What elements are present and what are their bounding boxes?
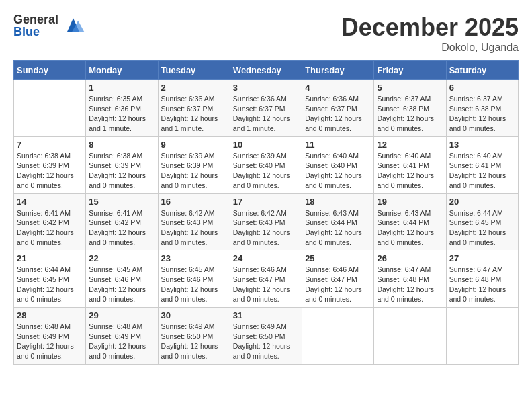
calendar-cell: 17Sunrise: 6:42 AM Sunset: 6:43 PM Dayli… [230, 193, 302, 250]
calendar-cell: 13Sunrise: 6:40 AM Sunset: 6:41 PM Dayli… [446, 136, 518, 193]
day-number: 11 [305, 140, 371, 150]
day-number: 30 [161, 310, 227, 320]
calendar-cell: 8Sunrise: 6:38 AM Sunset: 6:39 PM Daylig… [86, 136, 158, 193]
day-number: 16 [161, 197, 227, 207]
day-info: Sunrise: 6:46 AM Sunset: 6:47 PM Dayligh… [305, 265, 371, 304]
day-info: Sunrise: 6:36 AM Sunset: 6:37 PM Dayligh… [305, 94, 371, 134]
calendar-cell: 31Sunrise: 6:49 AM Sunset: 6:50 PM Dayli… [230, 308, 302, 365]
calendar-cell: 30Sunrise: 6:49 AM Sunset: 6:50 PM Dayli… [158, 308, 230, 365]
day-info: Sunrise: 6:42 AM Sunset: 6:43 PM Dayligh… [233, 208, 299, 248]
day-number: 7 [17, 140, 83, 150]
day-info: Sunrise: 6:46 AM Sunset: 6:47 PM Dayligh… [233, 265, 299, 304]
calendar-cell: 21Sunrise: 6:44 AM Sunset: 6:45 PM Dayli… [14, 250, 86, 308]
day-header-thursday: Thursday [302, 61, 374, 80]
day-info: Sunrise: 6:48 AM Sunset: 6:49 PM Dayligh… [17, 322, 83, 361]
day-number: 22 [89, 253, 154, 263]
calendar-cell: 12Sunrise: 6:40 AM Sunset: 6:41 PM Dayli… [374, 136, 446, 193]
day-info: Sunrise: 6:38 AM Sunset: 6:39 PM Dayligh… [89, 151, 154, 191]
calendar-cell: 3Sunrise: 6:36 AM Sunset: 6:37 PM Daylig… [230, 80, 302, 137]
day-info: Sunrise: 6:36 AM Sunset: 6:37 PM Dayligh… [233, 94, 299, 134]
day-info: Sunrise: 6:36 AM Sunset: 6:37 PM Dayligh… [161, 94, 227, 134]
day-info: Sunrise: 6:39 AM Sunset: 6:39 PM Dayligh… [161, 151, 227, 191]
day-number: 8 [89, 140, 154, 150]
day-info: Sunrise: 6:49 AM Sunset: 6:50 PM Dayligh… [233, 322, 299, 361]
calendar-week-row: 14Sunrise: 6:41 AM Sunset: 6:42 PM Dayli… [14, 193, 519, 250]
day-number: 20 [449, 197, 515, 207]
day-info: Sunrise: 6:44 AM Sunset: 6:45 PM Dayligh… [449, 208, 515, 248]
day-info: Sunrise: 6:35 AM Sunset: 6:36 PM Dayligh… [89, 94, 154, 134]
calendar-cell: 10Sunrise: 6:39 AM Sunset: 6:40 PM Dayli… [230, 136, 302, 193]
day-number: 6 [449, 83, 515, 93]
day-info: Sunrise: 6:47 AM Sunset: 6:48 PM Dayligh… [377, 265, 443, 304]
month-title: December 2025 [341, 13, 519, 42]
day-number: 14 [17, 197, 83, 207]
day-number: 5 [377, 83, 443, 93]
day-number: 27 [449, 253, 515, 263]
day-number: 18 [305, 197, 371, 207]
day-number: 15 [89, 197, 154, 207]
calendar-cell: 1Sunrise: 6:35 AM Sunset: 6:36 PM Daylig… [86, 80, 158, 137]
calendar-cell [446, 308, 518, 365]
day-header-sunday: Sunday [14, 61, 86, 80]
calendar-table: SundayMondayTuesdayWednesdayThursdayFrid… [13, 60, 519, 365]
calendar-cell: 22Sunrise: 6:45 AM Sunset: 6:46 PM Dayli… [86, 250, 158, 308]
calendar-cell: 20Sunrise: 6:44 AM Sunset: 6:45 PM Dayli… [446, 193, 518, 250]
calendar-cell: 28Sunrise: 6:48 AM Sunset: 6:49 PM Dayli… [14, 308, 86, 365]
day-info: Sunrise: 6:43 AM Sunset: 6:44 PM Dayligh… [305, 208, 371, 248]
day-number: 29 [89, 310, 154, 320]
day-number: 2 [161, 83, 227, 93]
calendar-cell: 16Sunrise: 6:42 AM Sunset: 6:43 PM Dayli… [158, 193, 230, 250]
calendar-cell: 27Sunrise: 6:47 AM Sunset: 6:48 PM Dayli… [446, 250, 518, 308]
calendar-week-row: 1Sunrise: 6:35 AM Sunset: 6:36 PM Daylig… [14, 80, 519, 137]
day-info: Sunrise: 6:40 AM Sunset: 6:41 PM Dayligh… [449, 151, 515, 191]
page-header: General Blue December 2025 Dokolo, Ugand… [13, 13, 519, 54]
logo-blue: Blue [13, 26, 58, 38]
day-number: 10 [233, 140, 299, 150]
day-info: Sunrise: 6:44 AM Sunset: 6:45 PM Dayligh… [17, 265, 83, 304]
calendar-week-row: 28Sunrise: 6:48 AM Sunset: 6:49 PM Dayli… [14, 308, 519, 365]
day-header-wednesday: Wednesday [230, 61, 302, 80]
day-header-friday: Friday [374, 61, 446, 80]
day-info: Sunrise: 6:40 AM Sunset: 6:40 PM Dayligh… [305, 151, 371, 191]
day-info: Sunrise: 6:45 AM Sunset: 6:46 PM Dayligh… [89, 265, 154, 304]
day-info: Sunrise: 6:41 AM Sunset: 6:42 PM Dayligh… [89, 208, 154, 248]
calendar-cell: 11Sunrise: 6:40 AM Sunset: 6:40 PM Dayli… [302, 136, 374, 193]
location: Dokolo, Uganda [341, 42, 519, 54]
calendar-cell [14, 80, 86, 137]
day-number: 3 [233, 83, 299, 93]
day-number: 28 [17, 310, 83, 320]
day-number: 1 [89, 83, 154, 93]
calendar-cell: 24Sunrise: 6:46 AM Sunset: 6:47 PM Dayli… [230, 250, 302, 308]
day-header-saturday: Saturday [446, 61, 518, 80]
calendar-cell: 18Sunrise: 6:43 AM Sunset: 6:44 PM Dayli… [302, 193, 374, 250]
calendar-cell: 4Sunrise: 6:36 AM Sunset: 6:37 PM Daylig… [302, 80, 374, 137]
calendar-cell: 19Sunrise: 6:43 AM Sunset: 6:44 PM Dayli… [374, 193, 446, 250]
day-info: Sunrise: 6:48 AM Sunset: 6:49 PM Dayligh… [89, 322, 154, 361]
day-info: Sunrise: 6:41 AM Sunset: 6:42 PM Dayligh… [17, 208, 83, 248]
day-info: Sunrise: 6:40 AM Sunset: 6:41 PM Dayligh… [377, 151, 443, 191]
day-number: 23 [161, 253, 227, 263]
calendar-cell: 29Sunrise: 6:48 AM Sunset: 6:49 PM Dayli… [86, 308, 158, 365]
calendar-cell: 26Sunrise: 6:47 AM Sunset: 6:48 PM Dayli… [374, 250, 446, 308]
day-info: Sunrise: 6:39 AM Sunset: 6:40 PM Dayligh… [233, 151, 299, 191]
logo-text: General Blue [13, 13, 58, 38]
calendar-cell: 2Sunrise: 6:36 AM Sunset: 6:37 PM Daylig… [158, 80, 230, 137]
day-info: Sunrise: 6:43 AM Sunset: 6:44 PM Dayligh… [377, 208, 443, 248]
day-number: 19 [377, 197, 443, 207]
calendar-cell [302, 308, 374, 365]
day-number: 4 [305, 83, 371, 93]
day-number: 9 [161, 140, 227, 150]
logo-icon [61, 13, 85, 38]
day-header-tuesday: Tuesday [158, 61, 230, 80]
day-number: 17 [233, 197, 299, 207]
title-block: December 2025 Dokolo, Uganda [341, 13, 519, 54]
day-number: 12 [377, 140, 443, 150]
day-number: 31 [233, 310, 299, 320]
day-info: Sunrise: 6:45 AM Sunset: 6:46 PM Dayligh… [161, 265, 227, 304]
calendar-cell: 23Sunrise: 6:45 AM Sunset: 6:46 PM Dayli… [158, 250, 230, 308]
calendar-cell: 14Sunrise: 6:41 AM Sunset: 6:42 PM Dayli… [14, 193, 86, 250]
logo-general: General [13, 13, 58, 26]
day-info: Sunrise: 6:42 AM Sunset: 6:43 PM Dayligh… [161, 208, 227, 248]
day-number: 13 [449, 140, 515, 150]
day-header-monday: Monday [86, 61, 158, 80]
